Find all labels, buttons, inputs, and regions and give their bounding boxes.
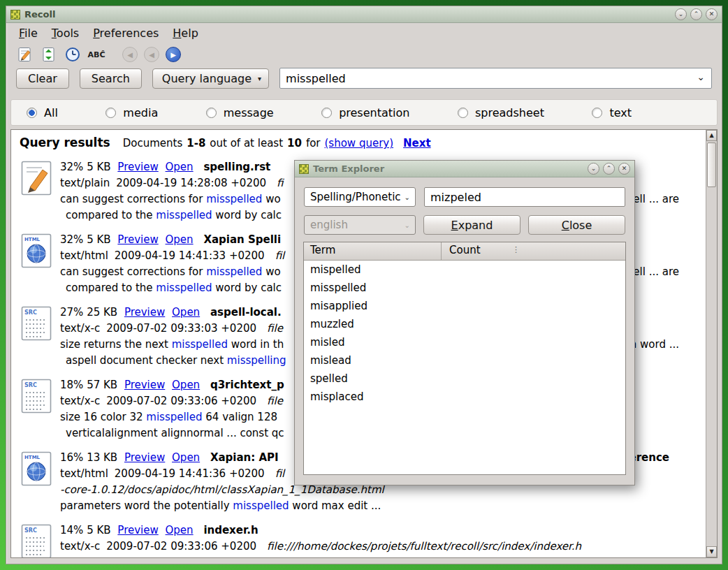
filter-presentation[interactable]: presentation [321,106,409,119]
dialog-window-controls: ⌄ ⌃ ✕ [588,163,630,175]
radio-icon [321,108,332,118]
document-refresh-icon[interactable] [40,45,58,64]
doc-size: 13 KB [87,451,117,464]
preview-link[interactable]: Preview [124,379,165,391]
result-item: SRC14% 5 KB Preview Open indexer.htext/x… [17,522,706,557]
close-window-icon[interactable]: ✕ [618,163,630,175]
expansion-mode-dropdown[interactable]: Spelling/Phonetic ⌄ [304,187,416,207]
results-scrollbar[interactable]: ▲ ▼ [706,130,717,557]
scroll-down-icon[interactable]: ▼ [706,546,717,557]
preview-link[interactable]: Preview [117,233,158,246]
relevance-percent: 14% [60,524,83,536]
term-input[interactable] [424,187,625,207]
radio-icon [458,108,468,118]
clear-button[interactable]: Clear [16,68,69,89]
show-query-link[interactable]: (show query) [325,137,394,149]
term-row[interactable]: misapplied [304,297,625,315]
scrollbar-thumb[interactable] [707,142,716,187]
term-row[interactable]: mispelled [304,261,625,279]
count-column-header[interactable]: Count [441,242,625,260]
unshade-window-icon[interactable]: ⌃ [603,163,615,175]
next-page-icon[interactable]: ▶ [166,47,181,62]
window-controls: ⌄ ⌃ ✕ [675,8,718,20]
language-dropdown[interactable]: english ⌄ [304,215,416,235]
unshade-window-icon[interactable]: ⌃ [690,8,702,20]
close-window-icon[interactable]: ✕ [706,8,718,20]
dialog-titlebar[interactable]: Term Explorer ⌄ ⌃ ✕ [295,161,634,177]
menu-tools[interactable]: Tools [45,25,86,41]
doc-title-continuation: erence [629,450,670,466]
doc-url: file [267,322,283,335]
search-button[interactable]: Search [80,68,142,89]
preview-link[interactable]: Preview [117,161,158,173]
svg-text:HTML: HTML [24,455,41,460]
open-link[interactable]: Open [166,161,194,173]
term-table-header[interactable]: Term Count ⋮ [304,242,625,261]
search-query-input[interactable] [280,72,711,85]
result-range: 1-8 [187,137,205,149]
open-link[interactable]: Open [172,306,200,319]
term-table-body: mispelledmisspelledmisappliedmuzzledmisl… [304,261,625,474]
term-row[interactable]: muzzled [304,315,625,333]
clock-icon[interactable] [64,45,82,64]
svg-text:SRC: SRC [24,382,37,388]
preview-link[interactable]: Preview [117,524,158,536]
svg-text:HTML: HTML [24,237,41,242]
open-link[interactable]: Open [166,524,194,536]
relevance-percent: 32% [60,233,83,246]
open-link[interactable]: Open [172,379,200,391]
term-row[interactable]: misled [304,333,625,351]
filter-all[interactable]: All [27,106,58,119]
menu-preferences[interactable]: Preferences [86,25,166,41]
relevance-percent: 18% [60,379,83,391]
combo-chevron-icon[interactable]: ⌄ [697,71,705,82]
spellcheck-abc-icon[interactable]: ABĈ [87,45,105,64]
doc-url: fil [275,249,285,262]
dropdown-arrow-icon: ▾ [258,75,261,82]
open-link[interactable]: Open [172,451,200,464]
open-link[interactable]: Open [166,233,194,246]
shade-window-icon[interactable]: ⌄ [588,163,599,175]
filter-label: message [224,106,274,119]
term-row[interactable]: spelled [304,370,625,388]
main-titlebar[interactable]: Recoll ⌄ ⌃ ✕ [6,6,722,23]
term-cell: misapplied [304,297,441,315]
term-column-header[interactable]: Term [304,242,441,260]
doc-url: file:///home/dockes/projets/fulltext/rec… [267,540,581,553]
query-language-dropdown[interactable]: Query language ▾ [152,68,269,89]
menu-file[interactable]: File [12,25,45,41]
term-row[interactable]: misspelled [304,279,625,297]
filter-media[interactable]: media [105,106,158,119]
search-query-combobox[interactable]: ⌄ [279,68,712,89]
snippet-continuation: ell ... are [633,264,679,280]
term-row[interactable]: misplaced [304,388,625,406]
next-page-link[interactable]: Next [403,137,431,149]
search-bar: Clear Search Query language ▾ ⌄ [6,65,722,92]
menu-help[interactable]: Help [166,25,205,41]
doc-url: file [267,395,283,407]
close-button[interactable]: Close [528,215,625,235]
term-explorer-action-row: english ⌄ Expand Close [304,215,625,235]
filter-message[interactable]: message [206,106,274,119]
preview-link[interactable]: Preview [124,306,165,319]
preview-link[interactable]: Preview [124,451,165,464]
doc-mimetype: text/x-c [60,395,100,407]
term-cell: mispelled [304,261,441,279]
result-meta: text/x-c2009-07-02 09:33:06 +0200file://… [60,539,706,555]
document-pencil-icon[interactable] [16,45,34,64]
expand-button[interactable]: Expand [423,215,520,235]
first-page-icon[interactable]: ◀ [122,47,138,62]
shade-window-icon[interactable]: ⌄ [675,8,687,20]
filter-text[interactable]: text [592,106,632,119]
recoll-app-icon [299,164,309,174]
menu-bar: FileToolsPreferencesHelp [6,24,722,43]
term-cell: spelled [304,370,441,388]
dropdown-arrow-icon: ⌄ [405,221,410,229]
relevance-percent: 27% [60,306,83,319]
doc-mimetype: text/html [60,249,108,262]
scroll-up-icon[interactable]: ▲ [706,130,717,141]
term-explorer-query-row: Spelling/Phonetic ⌄ [304,187,625,207]
filter-spreadsheet[interactable]: spreadsheet [458,106,544,119]
prev-page-icon[interactable]: ◀ [144,47,159,62]
term-row[interactable]: mislead [304,351,625,370]
